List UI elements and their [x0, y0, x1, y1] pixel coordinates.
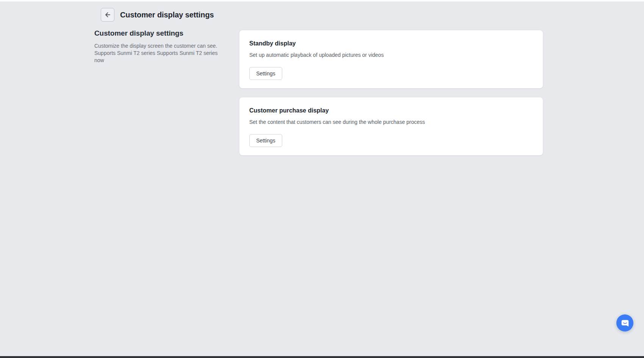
section-description: Customize the display screen the custome… — [94, 42, 222, 64]
standby-display-title: Standby display — [249, 40, 533, 47]
customer-purchase-display-card: Customer purchase display Set the conten… — [239, 97, 543, 155]
standby-display-card: Standby display Set up automatic playbac… — [239, 30, 543, 88]
standby-display-description: Set up automatic playback of uploaded pi… — [249, 52, 533, 58]
back-button[interactable] — [101, 8, 114, 22]
bottom-edge-bar — [0, 356, 644, 358]
settings-cards: Standby display Set up automatic playbac… — [239, 30, 543, 155]
standby-display-settings-button[interactable]: Settings — [249, 67, 282, 80]
customer-purchase-display-description: Set the content that customers can see d… — [249, 119, 533, 125]
arrow-left-icon — [104, 11, 111, 19]
chat-bubble-smile-icon — [620, 318, 630, 328]
customer-purchase-display-title: Customer purchase display — [249, 107, 533, 114]
chat-launcher-button[interactable] — [616, 314, 633, 331]
page-title: Customer display settings — [120, 11, 214, 19]
page-header: Customer display settings — [101, 8, 214, 22]
section-heading: Customer display settings — [94, 29, 222, 38]
customer-purchase-display-settings-button[interactable]: Settings — [249, 134, 282, 147]
top-strip — [0, 0, 644, 2]
annotated-section: Customer display settings Customize the … — [94, 29, 222, 64]
